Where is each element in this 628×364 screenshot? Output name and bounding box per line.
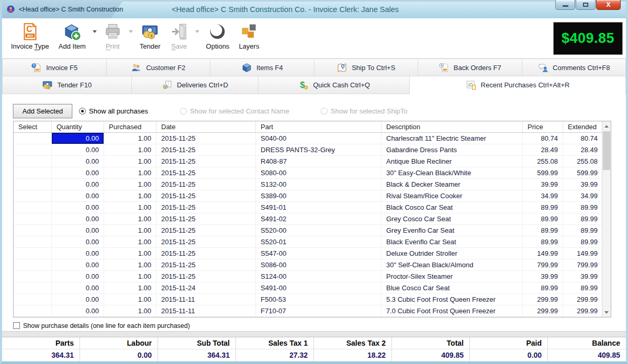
cell-extended[interactable]: 89.99 [563,213,603,225]
column-header-description[interactable]: Description [382,121,523,132]
cell-part[interactable]: S491-00 [256,282,382,294]
cell-date[interactable]: 2015-11-25 [156,225,256,236]
cell-part[interactable]: S520-01 [256,236,382,248]
cell-quantity[interactable]: 0.00 [52,156,104,167]
minimize-button[interactable] [555,0,575,10]
dropdown-arrow-icon[interactable] [193,21,201,42]
cell-part[interactable]: R408-87 [256,156,382,167]
cell-select[interactable] [14,259,52,271]
titlebar-window-tab[interactable]: <Head office> C Smith Construction [6,0,123,18]
cell-extended[interactable]: 80.74 [563,133,603,144]
cell-purchased[interactable]: 1.00 [104,167,156,179]
cell-select[interactable] [14,167,52,179]
cell-date[interactable]: 2015-11-25 [156,213,256,225]
column-header-purchased[interactable]: Purchased [104,121,156,132]
cell-price[interactable]: 255.08 [523,156,563,167]
maximize-button[interactable] [576,0,596,10]
toolbar-button-print[interactable]: Print [99,21,127,50]
cell-date[interactable]: 2015-11-25 [156,248,256,259]
cell-description[interactable]: 7.0 Cubic Foot Frost Queen Freezer [382,305,523,317]
toolbar-button-invoice-type[interactable]: CINVInvoice Type [6,21,54,50]
dropdown-arrow-icon[interactable] [127,21,135,42]
cell-description[interactable]: Black & Decker Steamer [382,179,523,190]
cell-price[interactable]: 89.99 [523,202,563,213]
cell-extended[interactable]: 599.99 [563,167,603,179]
cell-extended[interactable]: 89.99 [563,282,603,294]
cell-date[interactable]: 2015-11-25 [156,133,256,144]
cell-select[interactable] [14,144,52,156]
tab-comments[interactable]: Comments Ctrl+F8 [522,59,626,76]
cell-price[interactable]: 34.99 [523,190,563,202]
cell-purchased[interactable]: 1.00 [104,225,156,236]
tab-quick-cash[interactable]: $Quick Cash Ctrl+Q [259,76,410,94]
cell-purchased[interactable]: 1.00 [104,259,156,271]
close-button[interactable]: X [596,0,621,10]
tab-ship-to[interactable]: Ship To Ctrl+S [315,59,419,76]
cell-price[interactable]: 80.74 [523,133,563,144]
cell-date[interactable]: 2015-11-24 [156,282,256,294]
column-header-select[interactable]: Select [14,121,52,132]
cell-price[interactable]: 799.99 [523,259,563,271]
cell-date[interactable]: 2015-11-25 [156,179,256,190]
cell-part[interactable]: S040-00 [256,133,382,144]
dropdown-arrow-icon[interactable] [91,21,99,42]
cell-extended[interactable]: 39.99 [563,179,603,190]
cell-description[interactable]: Grey Cosco Car Seat [382,213,523,225]
cell-quantity[interactable]: 0.00 [52,167,104,179]
cell-price[interactable]: 299.99 [523,305,563,317]
radio-show-all-purchases[interactable]: Show all purchases [79,107,148,115]
tab-back-orders[interactable]: Back Orders F7 [418,59,522,76]
cell-purchased[interactable]: 1.00 [104,144,156,156]
cell-purchased[interactable]: 1.00 [104,294,156,305]
tab-recent-purchases[interactable]: Recent Purchases Ctrl+Alt+R [410,76,626,94]
cell-date[interactable]: 2015-11-25 [156,236,256,248]
vertical-scrollbar[interactable] [602,121,611,317]
cell-purchased[interactable]: 1.00 [104,202,156,213]
column-header-part[interactable]: Part [256,121,382,132]
cell-extended[interactable]: 89.99 [563,202,603,213]
cell-price[interactable]: 89.99 [523,236,563,248]
cell-price[interactable]: 89.99 [523,213,563,225]
cell-description[interactable]: Deluxe Outrider Stroller [382,248,523,259]
cell-description[interactable]: Grey Evenflo Car Seat [382,225,523,236]
cell-date[interactable]: 2015-11-25 [156,190,256,202]
cell-part[interactable]: S520-00 [256,225,382,236]
cell-purchased[interactable]: 1.00 [104,236,156,248]
cell-description[interactable]: Gabardine Dress Pants [382,144,523,156]
cell-select[interactable] [14,225,52,236]
cell-quantity[interactable]: 0.00 [52,144,104,156]
cell-description[interactable]: Charlescraft 11" Electric Steamer [382,133,523,144]
cell-select[interactable] [14,202,52,213]
cell-purchased[interactable]: 1.00 [104,305,156,317]
cell-select[interactable] [14,236,52,248]
cell-description[interactable]: 5.3 Cubic Foot Frost Queen Freezer [382,294,523,305]
toolbar-button-save[interactable]: Save [165,21,193,50]
cell-extended[interactable]: 89.99 [563,236,603,248]
radio-show-for-selected-contact-name[interactable]: Show for selected Contact Name [180,107,289,115]
cell-quantity[interactable]: 0.00 [52,294,104,305]
cell-extended[interactable]: 28.49 [563,144,603,156]
cell-date[interactable]: 2015-11-11 [156,294,256,305]
tab-invoice[interactable]: ?Invoice F5 [2,59,107,76]
cell-extended[interactable]: 299.99 [563,294,603,305]
column-header-quantity[interactable]: Quantity [52,121,104,132]
tab-tender-f10[interactable]: $Tender F10 [2,76,132,94]
cell-quantity[interactable]: 0.00 [52,190,104,202]
cell-description[interactable]: 30" Self-Clean Black/Almond [382,259,523,271]
cell-extended[interactable]: 299.99 [563,305,603,317]
cell-price[interactable]: 599.99 [523,167,563,179]
cell-quantity[interactable]: 0.00 [52,305,104,317]
cell-select[interactable] [14,271,52,282]
cell-extended[interactable]: 39.99 [563,271,603,282]
cell-quantity[interactable]: 0.00 [52,236,104,248]
cell-select[interactable] [14,213,52,225]
cell-quantity[interactable]: 0.00 [52,248,104,259]
cell-quantity[interactable]: 0.00 [52,213,104,225]
cell-quantity[interactable]: 0.00 [52,202,104,213]
tab-deliveries[interactable]: Deliveries Ctrl+D [132,76,259,94]
cell-price[interactable]: 149.99 [523,248,563,259]
cell-select[interactable] [14,190,52,202]
scroll-down-button[interactable] [602,308,611,317]
scrollbar-thumb[interactable] [603,131,610,170]
toolbar-button-add-item[interactable]: Add Item [54,21,91,50]
